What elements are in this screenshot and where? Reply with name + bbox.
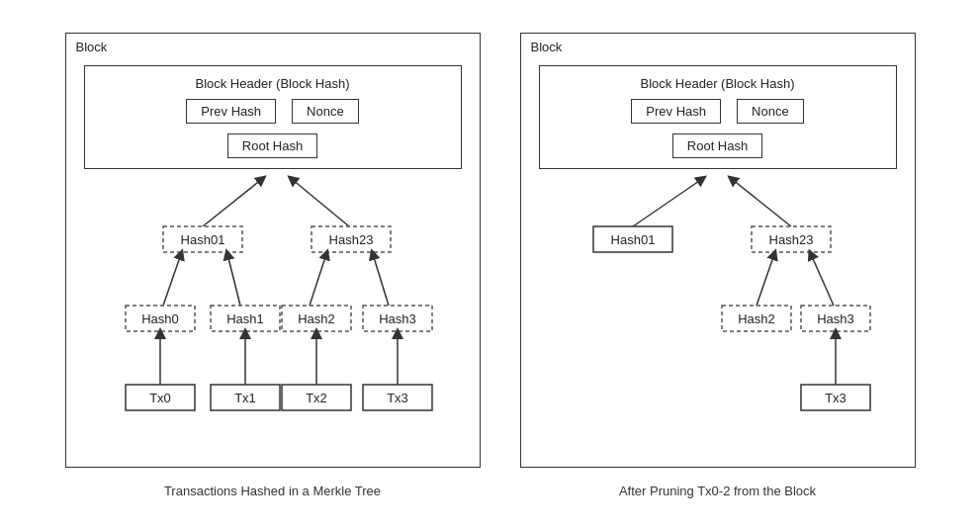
diagram2-caption: After Pruning Tx0-2 from the Block [619,484,816,498]
diagram2-hash01-text: Hash01 [610,232,655,247]
svg-line-1 [292,179,349,226]
diagram1-hash3-text: Hash3 [379,311,416,326]
diagram1-container: Block Block Header (Block Hash) Prev Has… [65,33,481,498]
svg-line-4 [163,254,181,306]
svg-line-20 [633,179,702,226]
diagram1-tx2-text: Tx2 [306,391,327,405]
diagram1-prev-hash: Prev Hash [186,99,276,124]
diagram2-hash23-text: Hash23 [768,232,813,247]
diagrams-row: Block Block Header (Block Hash) Prev Has… [65,33,916,498]
svg-line-24 [757,254,774,306]
diagram1-header-title: Block Header (Block Hash) [195,76,349,91]
svg-line-21 [732,179,791,226]
diagram2-tx3-text: Tx3 [825,391,846,405]
svg-line-6 [310,254,326,306]
diagram2-block-label: Block [531,40,563,54]
diagram2-container: Block Block Header (Block Hash) Prev Has… [520,33,916,498]
svg-line-25 [811,254,834,306]
diagram1-block: Block Block Header (Block Hash) Prev Has… [65,33,481,468]
diagram1-hash01-text: Hash01 [180,232,224,247]
diagram2-header-row: Prev Hash Nonce [631,99,803,124]
diagram1-header-row: Prev Hash Nonce [186,99,358,124]
diagram2-header-title: Block Header (Block Hash) [640,76,794,91]
diagram1-tx0-text: Tx0 [149,391,171,405]
diagram1-hash2-text: Hash2 [298,311,335,326]
diagram1-tx1-text: Tx1 [234,391,256,405]
diagram2-tree-svg: Hash01 Hash23 Hash2 Hash3 Tx3 [539,169,905,446]
svg-line-0 [203,179,262,226]
diagram1-nonce: Nonce [292,99,359,124]
diagram1-root-hash: Root Hash [227,133,317,158]
diagram2-prev-hash: Prev Hash [631,99,721,124]
diagram1-hash1-text: Hash1 [226,311,264,326]
diagram2-hash3-text: Hash3 [817,311,854,326]
diagram1-caption: Transactions Hashed in a Merkle Tree [164,484,381,498]
diagram2-block-header: Block Header (Block Hash) Prev Hash Nonc… [539,65,897,169]
diagram2-nonce: Nonce [737,99,804,124]
svg-line-5 [227,254,240,306]
diagram1-hash23-text: Hash23 [328,232,373,247]
diagram2-hash2-text: Hash2 [738,311,775,326]
diagram1-block-header: Block Header (Block Hash) Prev Hash Nonc… [84,65,462,169]
diagram1-hash0-text: Hash0 [141,311,179,326]
svg-line-7 [373,254,389,306]
diagram2-block: Block Block Header (Block Hash) Prev Has… [520,33,916,468]
diagram1-block-label: Block [76,40,108,54]
diagram2-root-hash: Root Hash [672,133,762,158]
diagram1-tree-svg: Hash01 Hash23 Hash0 Hash1 [84,169,470,446]
diagram1-tx3-text: Tx3 [387,391,408,405]
